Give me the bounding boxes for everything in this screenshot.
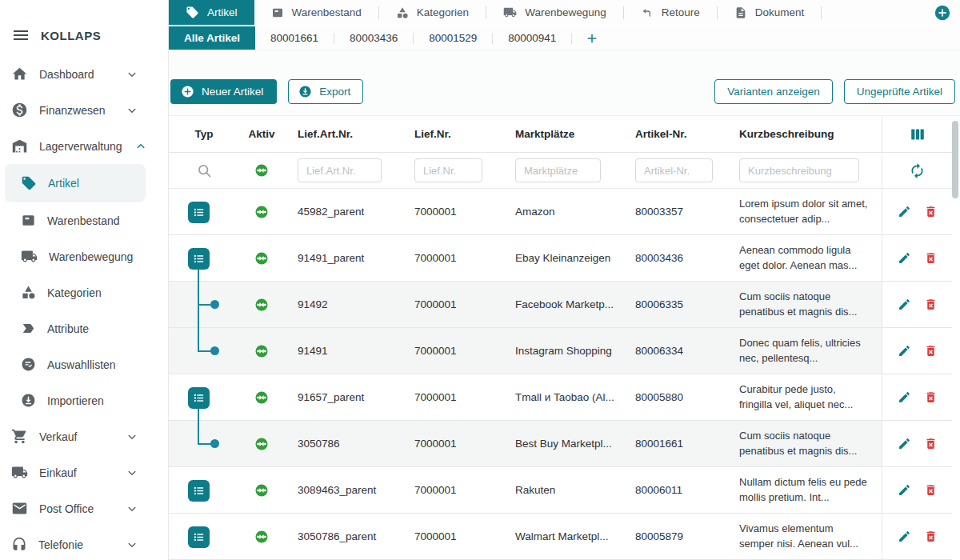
tab-retoure[interactable]: Retoure — [624, 0, 717, 25]
lief-art-nr-value: 91491 — [284, 345, 401, 357]
subtab-80001661[interactable]: 80001661 — [255, 26, 334, 50]
sidebar-item-artikel[interactable]: Artikel — [5, 164, 146, 202]
table-row[interactable]: 91657_parent 7000001 Tmall и Taobao (Al.… — [169, 374, 952, 421]
active-toggle-icon[interactable] — [254, 163, 269, 178]
search-icon[interactable] — [196, 162, 213, 179]
sidebar-item-einkauf[interactable]: Einkauf — [0, 454, 168, 490]
truck-icon — [21, 248, 38, 265]
add-subtab-button[interactable] — [572, 26, 612, 50]
active-status-icon — [254, 205, 269, 219]
sidebar-item-finanzwesen[interactable]: Finanzwesen — [0, 92, 168, 128]
columns-icon[interactable] — [909, 126, 926, 143]
subtab-80000941[interactable]: 80000941 — [493, 26, 571, 50]
delete-icon[interactable] — [924, 251, 938, 265]
table-row[interactable]: 91491 7000001 Instagram Shopping 8000633… — [169, 328, 952, 374]
delete-icon[interactable] — [924, 437, 938, 450]
artikel-nr-value: 80006334 — [622, 345, 726, 357]
column-header-lief-nr[interactable]: Lief.Nr. — [401, 128, 502, 140]
sidebar-item-warenbestand[interactable]: Warenbestand — [0, 202, 168, 238]
refresh-icon[interactable] — [909, 162, 926, 179]
category-icon — [21, 285, 36, 300]
main-area: Artikel Warenbestand Kategorien Warenbew… — [169, 0, 960, 560]
aktiv-cell — [239, 235, 284, 281]
artikel-nr-filter-input[interactable] — [635, 158, 713, 182]
table-row[interactable]: 91491_parent 7000001 Ebay Kleinanzeigen … — [169, 235, 952, 282]
column-header-kurzbeschreibung[interactable]: Kurzbeschreibung — [726, 128, 882, 140]
tab-kategorien[interactable]: Kategorien — [379, 0, 486, 25]
active-status-icon — [254, 483, 269, 498]
tab-divider — [821, 6, 822, 19]
expand-list-icon[interactable] — [188, 202, 210, 223]
typ-cell — [169, 282, 239, 327]
subtab-80003436[interactable]: 80003436 — [334, 26, 413, 50]
filter-marktplaetze — [502, 158, 622, 182]
tab-warenbewegung[interactable]: Warenbewegung — [486, 0, 623, 25]
lief-art-nr-filter-input[interactable] — [298, 158, 382, 182]
add-tab-button[interactable] — [934, 4, 951, 22]
delete-icon[interactable] — [924, 344, 938, 358]
tab-warenbestand[interactable]: Warenbestand — [254, 0, 378, 25]
lief-art-nr-value: 3050786_parent — [284, 530, 401, 542]
delete-icon[interactable] — [924, 530, 938, 543]
sidebar-item-auswahllisten[interactable]: Auswahllisten — [0, 346, 168, 382]
sidebar-item-lagerverwaltung[interactable]: Lagerverwaltung — [0, 128, 168, 164]
sidebar-item-attribute[interactable]: Attribute — [0, 310, 168, 346]
export-button[interactable]: Export — [288, 79, 363, 104]
vertical-scrollbar[interactable] — [952, 121, 958, 198]
sidebar-item-warenbewegung[interactable]: Warenbewegung — [0, 238, 168, 274]
delete-icon[interactable] — [924, 483, 938, 497]
filter-aktiv-cell — [239, 153, 284, 188]
column-header-artikel-nr[interactable]: Artikel-Nr. — [622, 128, 726, 140]
delete-icon[interactable] — [924, 390, 938, 404]
sidebar-item-kategorien[interactable]: Kategorien — [0, 274, 168, 310]
column-header-typ[interactable]: Typ — [169, 128, 239, 140]
table-row[interactable]: 3050786_parent 7000001 Walmart Marketpl.… — [169, 514, 952, 560]
dollar-icon — [11, 102, 28, 118]
column-header-lief-art-nr[interactable]: Lief.Art.Nr. — [284, 128, 401, 140]
subtab-alle-artikel[interactable]: Alle Artikel — [169, 26, 255, 50]
delete-icon[interactable] — [924, 205, 938, 218]
kurzbeschreibung-filter-input[interactable] — [739, 158, 859, 182]
sidebar-item-importieren[interactable]: Importieren — [0, 382, 168, 418]
unverified-articles-button[interactable]: Ungeprüfte Artikel — [844, 79, 955, 104]
new-article-button[interactable]: Neuer Artikel — [170, 79, 277, 104]
lief-nr-filter-input[interactable] — [414, 158, 482, 182]
column-header-aktiv[interactable]: Aktiv — [239, 128, 284, 140]
sidebar-item-post-office[interactable]: Post Office — [0, 490, 168, 526]
show-variants-button[interactable]: Varianten anzeigen — [714, 79, 832, 104]
column-header-marktplaetze[interactable]: Marktplätze — [502, 128, 622, 140]
expand-list-icon[interactable] — [188, 387, 210, 409]
box-icon — [21, 213, 36, 228]
edit-icon[interactable] — [898, 205, 911, 218]
sidebar-item-verkauf[interactable]: Verkauf — [0, 418, 168, 454]
cart-icon — [11, 428, 28, 445]
edit-icon[interactable] — [898, 437, 911, 450]
expand-list-icon[interactable] — [188, 248, 210, 270]
sidebar-item-dashboard[interactable]: Dashboard — [0, 56, 168, 92]
sidebar-item-telefonie[interactable]: Telefonie — [0, 526, 168, 560]
edit-icon[interactable] — [898, 390, 911, 404]
aktiv-cell — [239, 467, 284, 513]
table-row[interactable]: 3050786 7000001 Best Buy Marketpl... 800… — [169, 421, 952, 467]
box-icon — [271, 6, 284, 19]
marktplatz-value: Walmart Marketpl... — [502, 530, 622, 542]
edit-icon[interactable] — [898, 344, 911, 358]
expand-list-icon[interactable] — [188, 526, 210, 548]
edit-icon[interactable] — [898, 298, 911, 311]
subtab-80001529[interactable]: 80001529 — [414, 26, 492, 50]
secondary-tab-bar: Alle Artikel 80001661 80003436 80001529 … — [169, 26, 960, 50]
delete-icon[interactable] — [924, 298, 938, 311]
table-row[interactable]: 91492 7000001 Facebook Marketp... 800063… — [169, 282, 952, 328]
expand-list-icon[interactable] — [188, 480, 210, 502]
table-row[interactable]: 3089463_parent 7000001 Rakuten 80006011 … — [169, 467, 952, 514]
row-actions — [882, 514, 952, 559]
table-row[interactable]: 45982_parent 7000001 Amazon 80003357 Lor… — [169, 189, 952, 235]
edit-icon[interactable] — [898, 483, 911, 497]
tree-node-dot — [210, 300, 219, 309]
tab-artikel[interactable]: Artikel — [169, 0, 254, 25]
tab-dokument[interactable]: Dokument — [718, 0, 822, 25]
edit-icon[interactable] — [898, 530, 911, 543]
edit-icon[interactable] — [898, 251, 911, 265]
hamburger-menu-icon[interactable] — [11, 26, 30, 45]
marktplaetze-filter-input[interactable] — [515, 158, 601, 182]
